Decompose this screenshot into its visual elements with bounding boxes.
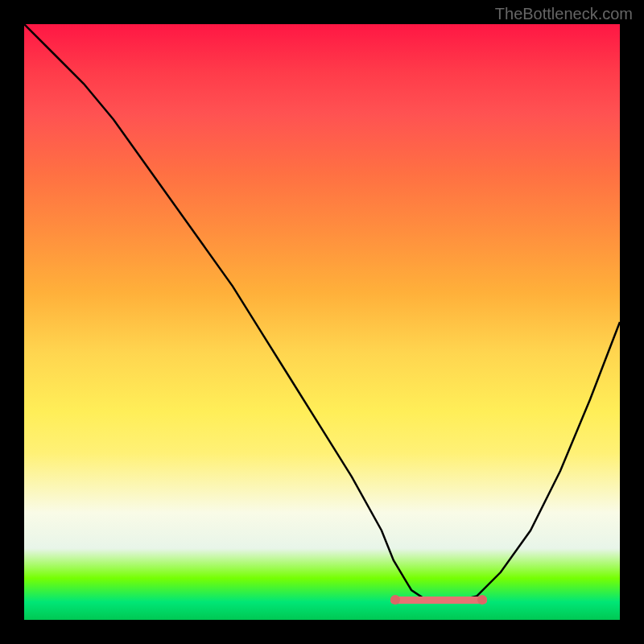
optimal-range-highlight	[390, 594, 487, 605]
watermark-text: TheBottleneck.com	[495, 5, 633, 23]
svg-rect-0	[390, 597, 487, 604]
svg-point-1	[390, 595, 400, 605]
svg-point-2	[477, 595, 487, 605]
chart-plot-area	[24, 24, 620, 620]
bottleneck-curve	[24, 24, 620, 620]
